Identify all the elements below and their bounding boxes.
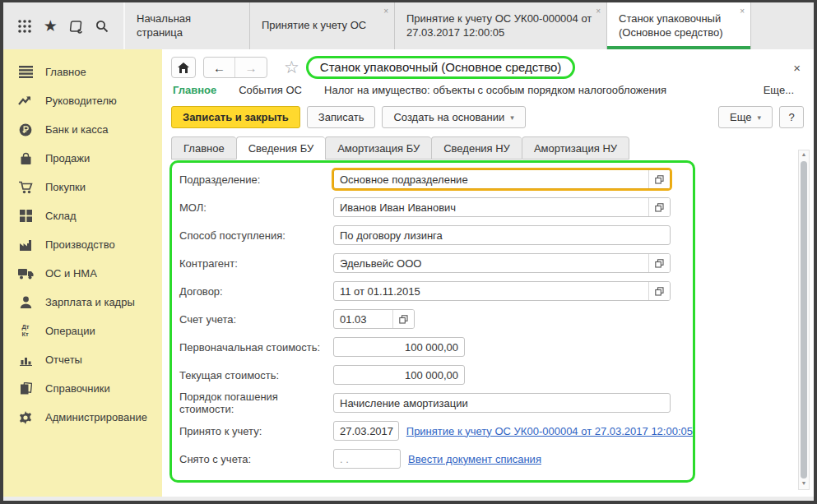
main-toolbar: ★ [3, 2, 125, 49]
sidebar-item-zarplata-kadry[interactable]: Зарплата и кадры [3, 288, 162, 317]
scroll-down-icon[interactable]: ▼ [801, 479, 807, 489]
nav-link-nalog[interactable]: Налог на имущество: объекты с особым пор… [324, 84, 666, 96]
sidebar-item-operacii[interactable]: ДтКт Операции [3, 317, 162, 345]
mol-field[interactable]: Иванов Иван Иванович [333, 197, 671, 217]
sidebar-item-label: Справочники [45, 382, 110, 395]
sidebar-item-otchety[interactable]: Отчеты [3, 345, 162, 374]
favorites-star-icon[interactable]: ★ [41, 17, 59, 35]
sidebar-item-label: ОС и НМА [45, 267, 97, 280]
choose-icon[interactable] [648, 254, 670, 272]
current-cost-field[interactable]: 100 000,00 [333, 365, 465, 385]
sidebar-item-glavnoe[interactable]: Главное [3, 58, 162, 86]
sidebar-item-pokupki[interactable]: Покупки [3, 173, 162, 201]
create-based-on-button[interactable]: Создать на основании ▾ [382, 106, 525, 128]
field-value: 01.03 [334, 313, 392, 326]
tab-amortizaciya-nu[interactable]: Амортизация НУ [522, 136, 629, 160]
account-field[interactable]: 01.03 [333, 309, 415, 329]
form-row: Договор: 11 от 01.11.2015 [179, 281, 693, 301]
tab-amortizaciya-bu[interactable]: Амортизация БУ [325, 136, 431, 160]
tab-svedeniya-nu[interactable]: Сведения НУ [431, 136, 522, 160]
tab-fixed-asset-card[interactable]: Станок упаковочный (Основное средство) × [607, 2, 751, 49]
app-window: ★ Начальная страница Принятие к учету ОС… [0, 0, 817, 504]
sidebar-item-label: Операции [45, 325, 95, 337]
close-icon[interactable]: × [596, 7, 601, 16]
writeoff-document-link[interactable]: Ввести документ списания [408, 453, 541, 465]
tab-label: Начальная страница [137, 12, 238, 40]
sidebar-item-administrirovanie[interactable]: Администрирование [3, 403, 162, 432]
truck-icon [17, 266, 34, 281]
retired-date-field[interactable]: . . [333, 449, 401, 469]
choose-icon[interactable] [392, 310, 414, 328]
field-label: Текущая стоимость: [179, 369, 333, 381]
sidebar-item-sklad[interactable]: Склад [3, 201, 162, 230]
nav-link-more[interactable]: Еще... [764, 84, 794, 96]
sidebar-item-proizvodstvo[interactable]: Производство [3, 230, 162, 259]
form-row: Снято с учета: . . Ввести документ списа… [179, 449, 693, 469]
subdivision-field[interactable]: Основное подразделение [333, 169, 671, 189]
sidebar-item-rukovoditelyu[interactable]: Руководителю [3, 86, 162, 115]
acceptance-document-link[interactable]: Принятие к учету ОС УК00-000004 от 27.03… [406, 425, 693, 437]
accepted-date-field[interactable]: 27.03.2017 [333, 421, 399, 441]
search-icon[interactable] [93, 17, 111, 35]
form-highlight-box: Подразделение: Основное подразделение МО… [169, 160, 695, 483]
apps-grid-icon[interactable] [16, 17, 34, 35]
scrollbar-thumb[interactable] [801, 161, 807, 479]
close-icon[interactable]: × [740, 7, 745, 16]
field-value: По договору лизинга [334, 229, 670, 242]
tab-home-page[interactable]: Начальная страница [125, 2, 250, 49]
vertical-scrollbar[interactable]: ▲ ▼ [798, 150, 810, 490]
choose-icon[interactable] [648, 198, 670, 216]
form-row: Контрагент: Эдельвейс ООО [179, 253, 693, 273]
menu-lines-icon [17, 65, 34, 80]
bar-chart-icon [17, 353, 34, 368]
depreciation-method-field[interactable]: Начисление амортизации [333, 393, 671, 413]
field-label: Снято с учета: [179, 453, 333, 465]
sidebar-item-os-nma[interactable]: ОС и НМА [3, 259, 162, 288]
more-button[interactable]: Еще ▾ [718, 106, 773, 128]
field-value: 100 000,00 [334, 369, 464, 381]
form-row: Счет учета: 01.03 [179, 309, 693, 329]
tab-glavnoe[interactable]: Главное [171, 136, 236, 160]
tab-acceptance-list[interactable]: Принятие к учету ОС × [250, 2, 395, 49]
field-value: 11 от 01.11.2015 [334, 285, 648, 298]
save-button[interactable]: Записать [307, 106, 376, 128]
back-button[interactable]: ← [204, 58, 235, 77]
favorite-star-icon[interactable]: ☆ [284, 58, 299, 77]
initial-cost-field[interactable]: 100 000,00 [333, 337, 465, 357]
field-label: Способ поступления: [179, 229, 333, 242]
bottom-strip [3, 497, 814, 501]
main-panel: ← → ☆ Станок упаковочный (Основное средс… [162, 49, 814, 497]
nav-link-sobytiya-os[interactable]: События ОС [239, 84, 302, 96]
forward-button[interactable]: → [235, 58, 267, 77]
command-bar: Записать и закрыть Записать Создать на о… [162, 103, 814, 133]
choose-icon[interactable] [648, 282, 670, 300]
tab-acceptance-document[interactable]: Принятие к учету ОС УК00-000004 от 27.03… [395, 2, 607, 49]
nav-link-glavnoe[interactable]: Главное [173, 84, 216, 96]
history-icon[interactable] [67, 17, 86, 35]
contract-field[interactable]: 11 от 01.11.2015 [333, 281, 671, 301]
sidebar-item-label: Зарплата и кадры [45, 296, 135, 308]
scroll-up-icon[interactable]: ▲ [801, 150, 807, 160]
choose-icon[interactable] [648, 170, 670, 188]
field-value: Эдельвейс ООО [334, 257, 648, 270]
counterparty-field[interactable]: Эдельвейс ООО [333, 253, 671, 273]
close-icon[interactable]: × [383, 7, 388, 16]
top-tab-bar: ★ Начальная страница Принятие к учету ОС… [3, 2, 814, 49]
field-value: 100 000,00 [334, 341, 464, 354]
form-row: Порядок погашения стоимости: Начисление … [179, 393, 693, 413]
ruble-coin-icon [17, 123, 34, 137]
sidebar-item-spravochniki[interactable]: Справочники [3, 374, 162, 403]
person-icon [17, 295, 34, 310]
close-form-icon[interactable]: × [790, 61, 804, 75]
button-label: Создать на основании [393, 111, 504, 123]
save-and-close-button[interactable]: Записать и закрыть [171, 106, 300, 128]
sidebar: Главное Руководителю Банк и касса [3, 49, 162, 497]
help-button[interactable]: ? [779, 106, 804, 128]
sidebar-item-prodazhi[interactable]: Продажи [3, 144, 162, 173]
factory-icon [17, 238, 34, 252]
sidebar-item-bank-kassa[interactable]: Банк и касса [3, 115, 162, 144]
home-button[interactable] [171, 57, 196, 78]
receipt-method-field[interactable]: По договору лизинга [333, 225, 671, 245]
field-value: 27.03.2017 [334, 425, 398, 437]
tab-svedeniya-bu[interactable]: Сведения БУ [236, 136, 326, 160]
